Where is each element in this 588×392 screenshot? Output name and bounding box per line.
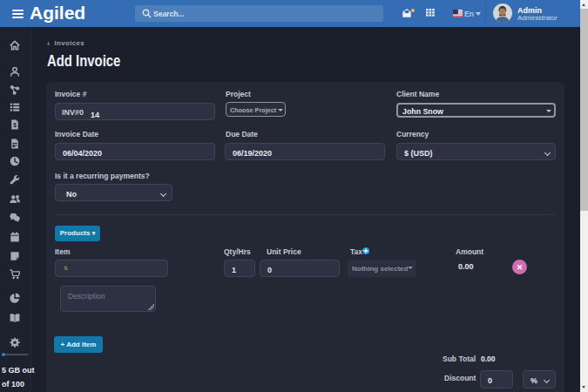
svg-text:$: $	[13, 122, 17, 129]
